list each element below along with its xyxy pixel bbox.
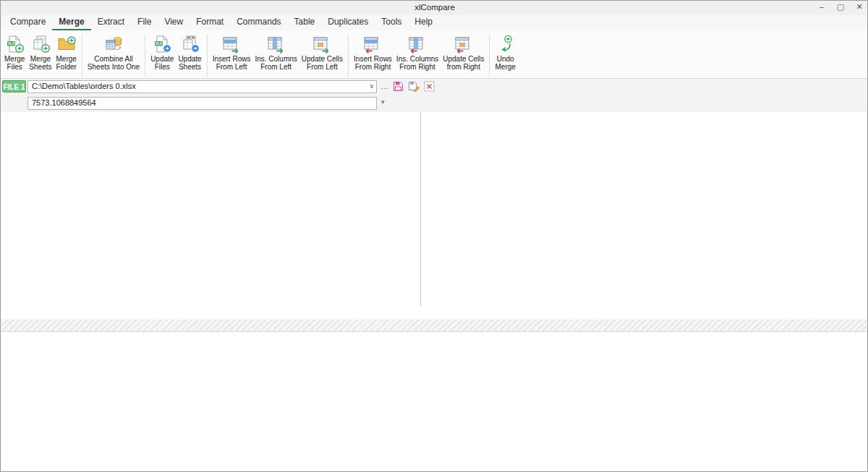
xlcompare-window: xlCompare – ▢ ✕ CompareMergeExtractFileV…: [0, 0, 868, 472]
undo-merge-icon: [496, 33, 515, 55]
update-cells-left-icon: [312, 33, 331, 55]
toolbar-separator: [489, 34, 490, 77]
toolbar-button-insert-rows-right[interactable]: Insert RowsFrom Right: [352, 33, 394, 72]
combine-sheets-icon: [104, 33, 123, 55]
toolbar-button-update-cells-right[interactable]: Update Cellsfrom Right: [441, 33, 486, 72]
update-files-icon: XLS: [153, 33, 171, 55]
horizontal-splitter[interactable]: [1, 319, 868, 332]
window-title: xlCompare: [1, 3, 868, 12]
toolbar-button-update-files[interactable]: XLSUpdateFiles: [148, 33, 176, 72]
toolbar-button-insert-cols-right[interactable]: Ins. ColumnsFrom Right: [394, 33, 441, 72]
close-button[interactable]: ✕: [854, 2, 864, 12]
toolbar-separator: [348, 34, 349, 77]
update-cells-right-icon: [454, 33, 473, 55]
file-badge-1: FILE 1: [2, 80, 26, 93]
toolbar-separator: [207, 34, 208, 77]
more-files-button[interactable]: …: [380, 82, 388, 90]
close-file-icon[interactable]: [424, 81, 435, 92]
save-edit-icon[interactable]: [408, 81, 420, 92]
menu-item-commands[interactable]: Commands: [230, 15, 287, 30]
menu-item-merge[interactable]: Merge: [52, 15, 90, 30]
toolbar-separator: [82, 34, 82, 77]
formula-dropdown-icon[interactable]: ▾: [381, 98, 385, 106]
menu-item-file[interactable]: File: [131, 15, 158, 30]
formula-input[interactable]: 7573.1068849564: [27, 97, 377, 110]
toolbar-button-merge-folder[interactable]: MergeFolder: [54, 33, 79, 72]
toolbar-button-merge-files[interactable]: XLSMergeFiles: [2, 33, 27, 72]
menu-item-help[interactable]: Help: [408, 15, 439, 30]
menu-item-duplicates[interactable]: Duplicates: [321, 15, 375, 30]
menu-item-extract[interactable]: Extract: [91, 15, 131, 30]
toolbar-button-update-cells-left[interactable]: Update CellsFrom Left: [299, 33, 345, 72]
menu-item-compare[interactable]: Compare: [4, 15, 52, 30]
toolbar-button-label: Combine AllSheets Into One: [88, 55, 140, 71]
toolbar-button-undo-merge[interactable]: UndoMerge: [493, 33, 517, 72]
differences-panel: [1, 332, 868, 472]
insert-cols-left-icon: [267, 33, 286, 55]
merge-folder-icon: [57, 33, 76, 55]
toolbar-button-label: MergeFiles: [4, 55, 25, 71]
toolbar-button-label: UpdateFiles: [150, 55, 174, 71]
insert-cols-right-icon: [408, 33, 427, 55]
update-sheets-icon: [181, 33, 200, 55]
toolbar-button-insert-rows-left[interactable]: Insert RowsFrom Left: [210, 33, 253, 72]
toolbar-button-label: Ins. ColumnsFrom Left: [255, 55, 297, 71]
chevron-down-icon[interactable]: ∨: [369, 82, 374, 90]
toolbar-button-label: Update CellsFrom Left: [302, 55, 343, 71]
window-controls: – ▢ ✕: [817, 2, 864, 12]
menu-item-view[interactable]: View: [158, 15, 190, 30]
menu-item-format[interactable]: Format: [190, 15, 230, 30]
formula-text: 7573.1068849564: [32, 98, 96, 107]
svg-text:XLS: XLS: [156, 41, 163, 46]
menu-item-tools[interactable]: Tools: [375, 15, 408, 30]
file-path-input[interactable]: C:\Demo\Tables\orders 0.xlsx∨: [27, 80, 377, 93]
toolbar-button-label: UpdateSheets: [178, 55, 201, 71]
toolbar-button-label: Update Cellsfrom Right: [443, 55, 484, 71]
toolbar-button-label: UndoMerge: [495, 55, 515, 71]
menu-item-table[interactable]: Table: [288, 15, 322, 30]
toolbar-button-combine-sheets[interactable]: Combine AllSheets Into One: [85, 33, 142, 72]
toolbar-button-label: Ins. ColumnsFrom Right: [396, 55, 438, 71]
maximize-button[interactable]: ▢: [835, 2, 846, 12]
toolbar: XLSMergeFilesMergeSheetsMergeFolderCombi…: [1, 30, 868, 79]
toolbar-button-label: Insert RowsFrom Right: [354, 55, 392, 71]
toolbar-separator: [145, 34, 145, 77]
merge-sheets-icon: [31, 33, 50, 55]
merge-files-icon: XLS: [5, 33, 24, 55]
svg-text:XLS: XLS: [8, 41, 15, 46]
menubar: CompareMergeExtractFileViewFormatCommand…: [1, 15, 868, 30]
file-path-text: C:\Demo\Tables\orders 0.xlsx: [32, 82, 136, 90]
save-file-icon[interactable]: [393, 81, 404, 92]
toolbar-button-label: Insert RowsFrom Left: [213, 55, 251, 71]
titlebar: xlCompare – ▢ ✕: [1, 1, 868, 15]
insert-rows-left-icon: [222, 33, 241, 55]
toolbar-button-label: MergeSheets: [29, 55, 51, 71]
toolbar-button-label: MergeFolder: [56, 55, 77, 71]
grid-pane-1: [1, 112, 421, 306]
toolbar-button-merge-sheets[interactable]: MergeSheets: [27, 33, 54, 72]
toolbar-button-insert-cols-left[interactable]: Ins. ColumnsFrom Left: [252, 33, 299, 72]
minimize-button[interactable]: –: [817, 2, 827, 12]
toolbar-button-update-sheets[interactable]: UpdateSheets: [176, 33, 203, 72]
insert-rows-right-icon: [363, 33, 382, 55]
